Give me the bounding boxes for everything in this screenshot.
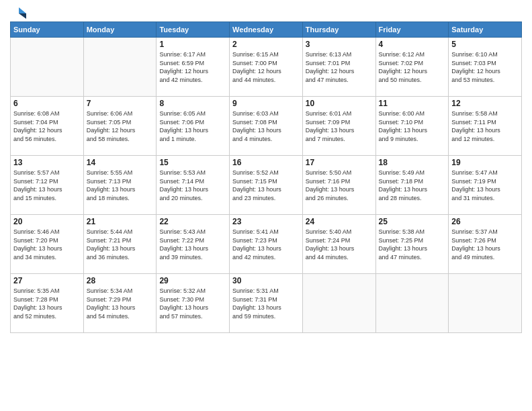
day-info: Sunrise: 5:55 AM Sunset: 7:13 PM Dayligh… bbox=[87, 169, 154, 202]
svg-marker-0 bbox=[19, 7, 26, 13]
page-container: Sunday Monday Tuesday Wednesday Thursday… bbox=[0, 0, 532, 340]
day-number: 25 bbox=[379, 217, 446, 226]
calendar-day-cell bbox=[302, 274, 375, 333]
day-number: 27 bbox=[13, 276, 81, 285]
day-number: 3 bbox=[306, 40, 373, 49]
calendar-day-cell: 29Sunrise: 5:32 AM Sunset: 7:30 PM Dayli… bbox=[157, 274, 230, 333]
logo-flag-icon bbox=[11, 7, 26, 19]
logo bbox=[10, 7, 26, 16]
calendar-week-row: 13Sunrise: 5:57 AM Sunset: 7:12 PM Dayli… bbox=[11, 156, 522, 215]
day-info: Sunrise: 5:35 AM Sunset: 7:28 PM Dayligh… bbox=[13, 287, 81, 320]
day-number: 13 bbox=[13, 158, 81, 167]
header-wednesday: Wednesday bbox=[230, 22, 303, 38]
day-number: 7 bbox=[87, 99, 154, 108]
calendar-day-cell: 30Sunrise: 5:31 AM Sunset: 7:31 PM Dayli… bbox=[230, 274, 303, 333]
day-info: Sunrise: 6:13 AM Sunset: 7:01 PM Dayligh… bbox=[306, 50, 373, 84]
day-number: 1 bbox=[159, 40, 226, 49]
calendar-table: Sunday Monday Tuesday Wednesday Thursday… bbox=[10, 21, 522, 333]
calendar-day-cell bbox=[11, 38, 84, 97]
day-number: 21 bbox=[87, 217, 154, 226]
calendar-day-cell: 19Sunrise: 5:47 AM Sunset: 7:19 PM Dayli… bbox=[449, 156, 522, 215]
day-number: 28 bbox=[87, 276, 154, 285]
day-info: Sunrise: 5:53 AM Sunset: 7:14 PM Dayligh… bbox=[159, 169, 226, 202]
calendar-week-row: 6Sunrise: 6:08 AM Sunset: 7:04 PM Daylig… bbox=[11, 97, 522, 156]
calendar-day-cell bbox=[83, 38, 157, 97]
calendar-day-cell: 10Sunrise: 6:01 AM Sunset: 7:09 PM Dayli… bbox=[302, 97, 375, 156]
day-number: 22 bbox=[159, 217, 226, 226]
logo-area bbox=[10, 7, 26, 16]
day-info: Sunrise: 5:49 AM Sunset: 7:18 PM Dayligh… bbox=[379, 169, 446, 202]
calendar-week-row: 20Sunrise: 5:46 AM Sunset: 7:20 PM Dayli… bbox=[11, 215, 522, 274]
calendar-week-row: 27Sunrise: 5:35 AM Sunset: 7:28 PM Dayli… bbox=[11, 274, 522, 333]
header-friday: Friday bbox=[375, 22, 449, 38]
day-number: 18 bbox=[379, 158, 446, 167]
day-number: 11 bbox=[379, 99, 446, 108]
svg-marker-1 bbox=[19, 13, 26, 19]
day-number: 8 bbox=[159, 99, 226, 108]
day-number: 30 bbox=[232, 276, 300, 285]
calendar-day-cell: 18Sunrise: 5:49 AM Sunset: 7:18 PM Dayli… bbox=[375, 156, 449, 215]
page-header bbox=[10, 7, 522, 16]
calendar-day-cell bbox=[449, 274, 522, 333]
day-number: 5 bbox=[451, 40, 519, 49]
calendar-day-cell: 3Sunrise: 6:13 AM Sunset: 7:01 PM Daylig… bbox=[302, 38, 375, 97]
day-number: 10 bbox=[306, 99, 373, 108]
calendar-day-cell: 1Sunrise: 6:17 AM Sunset: 6:59 PM Daylig… bbox=[157, 38, 230, 97]
day-info: Sunrise: 5:50 AM Sunset: 7:16 PM Dayligh… bbox=[306, 169, 373, 202]
day-info: Sunrise: 5:47 AM Sunset: 7:19 PM Dayligh… bbox=[451, 169, 519, 202]
calendar-day-cell: 12Sunrise: 5:58 AM Sunset: 7:11 PM Dayli… bbox=[449, 97, 522, 156]
calendar-day-cell: 23Sunrise: 5:41 AM Sunset: 7:23 PM Dayli… bbox=[230, 215, 303, 274]
calendar-day-cell: 14Sunrise: 5:55 AM Sunset: 7:13 PM Dayli… bbox=[83, 156, 157, 215]
day-number: 4 bbox=[379, 40, 446, 49]
calendar-day-cell: 16Sunrise: 5:52 AM Sunset: 7:15 PM Dayli… bbox=[230, 156, 303, 215]
day-info: Sunrise: 5:57 AM Sunset: 7:12 PM Dayligh… bbox=[13, 169, 81, 202]
calendar-day-cell bbox=[375, 274, 449, 333]
calendar-day-cell: 22Sunrise: 5:43 AM Sunset: 7:22 PM Dayli… bbox=[157, 215, 230, 274]
calendar-day-cell: 13Sunrise: 5:57 AM Sunset: 7:12 PM Dayli… bbox=[11, 156, 84, 215]
day-number: 9 bbox=[232, 99, 300, 108]
day-number: 20 bbox=[13, 217, 81, 226]
calendar-day-cell: 7Sunrise: 6:06 AM Sunset: 7:05 PM Daylig… bbox=[83, 97, 157, 156]
day-info: Sunrise: 6:00 AM Sunset: 7:10 PM Dayligh… bbox=[379, 109, 446, 143]
calendar-day-cell: 25Sunrise: 5:38 AM Sunset: 7:25 PM Dayli… bbox=[375, 215, 449, 274]
calendar-day-cell: 26Sunrise: 5:37 AM Sunset: 7:26 PM Dayli… bbox=[449, 215, 522, 274]
calendar-day-cell: 9Sunrise: 6:03 AM Sunset: 7:08 PM Daylig… bbox=[230, 97, 303, 156]
calendar-day-cell: 21Sunrise: 5:44 AM Sunset: 7:21 PM Dayli… bbox=[83, 215, 157, 274]
day-info: Sunrise: 5:38 AM Sunset: 7:25 PM Dayligh… bbox=[379, 228, 446, 261]
day-number: 17 bbox=[306, 158, 373, 167]
calendar-day-cell: 28Sunrise: 5:34 AM Sunset: 7:29 PM Dayli… bbox=[83, 274, 157, 333]
day-info: Sunrise: 6:10 AM Sunset: 7:03 PM Dayligh… bbox=[451, 50, 519, 84]
day-info: Sunrise: 5:34 AM Sunset: 7:29 PM Dayligh… bbox=[87, 287, 154, 320]
day-number: 24 bbox=[306, 217, 373, 226]
day-number: 19 bbox=[451, 158, 519, 167]
day-number: 26 bbox=[451, 217, 519, 226]
day-number: 23 bbox=[232, 217, 300, 226]
day-info: Sunrise: 5:43 AM Sunset: 7:22 PM Dayligh… bbox=[159, 228, 226, 261]
day-info: Sunrise: 5:46 AM Sunset: 7:20 PM Dayligh… bbox=[13, 228, 81, 261]
day-info: Sunrise: 6:01 AM Sunset: 7:09 PM Dayligh… bbox=[306, 109, 373, 143]
calendar-day-cell: 11Sunrise: 6:00 AM Sunset: 7:10 PM Dayli… bbox=[375, 97, 449, 156]
calendar-day-cell: 17Sunrise: 5:50 AM Sunset: 7:16 PM Dayli… bbox=[302, 156, 375, 215]
day-number: 2 bbox=[232, 40, 300, 49]
header-thursday: Thursday bbox=[302, 22, 375, 38]
day-info: Sunrise: 5:40 AM Sunset: 7:24 PM Dayligh… bbox=[306, 228, 373, 261]
day-info: Sunrise: 5:32 AM Sunset: 7:30 PM Dayligh… bbox=[159, 287, 226, 320]
header-monday: Monday bbox=[83, 22, 157, 38]
day-info: Sunrise: 6:15 AM Sunset: 7:00 PM Dayligh… bbox=[232, 50, 300, 84]
calendar-week-row: 1Sunrise: 6:17 AM Sunset: 6:59 PM Daylig… bbox=[11, 38, 522, 97]
header-sunday: Sunday bbox=[11, 22, 84, 38]
day-info: Sunrise: 5:31 AM Sunset: 7:31 PM Dayligh… bbox=[232, 287, 300, 320]
calendar-day-cell: 27Sunrise: 5:35 AM Sunset: 7:28 PM Dayli… bbox=[11, 274, 84, 333]
calendar-day-cell: 15Sunrise: 5:53 AM Sunset: 7:14 PM Dayli… bbox=[157, 156, 230, 215]
day-number: 29 bbox=[159, 276, 226, 285]
day-info: Sunrise: 6:17 AM Sunset: 6:59 PM Dayligh… bbox=[159, 50, 226, 84]
calendar-header-row: Sunday Monday Tuesday Wednesday Thursday… bbox=[11, 22, 522, 38]
day-info: Sunrise: 6:05 AM Sunset: 7:06 PM Dayligh… bbox=[159, 109, 226, 143]
day-info: Sunrise: 6:06 AM Sunset: 7:05 PM Dayligh… bbox=[87, 109, 154, 143]
day-info: Sunrise: 5:41 AM Sunset: 7:23 PM Dayligh… bbox=[232, 228, 300, 261]
day-number: 6 bbox=[13, 99, 81, 108]
day-info: Sunrise: 5:58 AM Sunset: 7:11 PM Dayligh… bbox=[451, 109, 519, 143]
calendar-day-cell: 2Sunrise: 6:15 AM Sunset: 7:00 PM Daylig… bbox=[230, 38, 303, 97]
day-info: Sunrise: 6:08 AM Sunset: 7:04 PM Dayligh… bbox=[13, 109, 81, 143]
calendar-day-cell: 24Sunrise: 5:40 AM Sunset: 7:24 PM Dayli… bbox=[302, 215, 375, 274]
